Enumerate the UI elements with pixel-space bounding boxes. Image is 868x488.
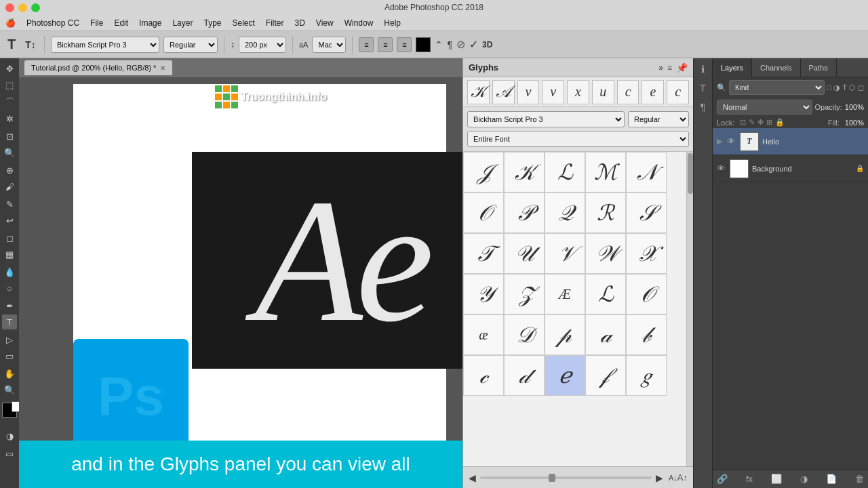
zoom-slider-track[interactable]: [480, 476, 652, 479]
opacity-value[interactable]: 100%: [845, 103, 864, 111]
glyph-L[interactable]: ℒ: [545, 152, 585, 192]
align-right-button[interactable]: ≡: [397, 37, 412, 52]
delete-layer-icon[interactable]: 🗑: [855, 474, 864, 484]
lock-artboard-icon[interactable]: ⊞: [766, 118, 772, 127]
recent-glyph-6[interactable]: c: [617, 80, 639, 104]
glyph-font-select[interactable]: Bickham Script Pro 3: [467, 111, 625, 127]
glyph-style-select[interactable]: Regular: [628, 111, 689, 127]
glyph-size-small[interactable]: A↓: [669, 474, 677, 482]
new-fill-layer-icon[interactable]: ◑: [800, 474, 808, 484]
clone-tool[interactable]: ✎: [2, 197, 17, 211]
filter-pixel-icon[interactable]: □: [827, 83, 832, 92]
font-style-select[interactable]: Regular: [163, 37, 218, 53]
text-orientation-icon[interactable]: T↕: [23, 39, 38, 50]
recent-glyph-5[interactable]: u: [592, 80, 614, 104]
glyphs-menu-button[interactable]: ≡: [667, 63, 672, 73]
filter-shape-icon[interactable]: ⬡: [849, 83, 856, 92]
marquee-tool[interactable]: ⬚: [2, 77, 17, 92]
glyph-V[interactable]: 𝒱: [545, 233, 585, 274]
eyedropper-tool[interactable]: 🔍: [2, 145, 17, 160]
text-tool[interactable]: T: [2, 314, 17, 329]
menu-file[interactable]: File: [90, 18, 103, 28]
type-icon[interactable]: T: [696, 81, 710, 95]
warp-text-icon[interactable]: ⌃: [435, 39, 443, 50]
glyph-K[interactable]: 𝒦: [504, 152, 545, 192]
glyphs-pin-button[interactable]: 📌: [676, 62, 688, 73]
lasso-tool[interactable]: ⌒: [2, 95, 17, 110]
font-family-select[interactable]: Bickham Script Pro 3: [51, 37, 159, 53]
app-name[interactable]: Photoshop CC: [26, 18, 79, 28]
path-select-tool[interactable]: ▷: [2, 332, 17, 347]
hand-tool[interactable]: ✋: [2, 366, 17, 381]
recent-glyph-3[interactable]: v: [542, 80, 564, 104]
glyph-filter-select[interactable]: Entire Font: [467, 131, 689, 147]
recent-glyph-1[interactable]: 𝒜: [492, 80, 515, 104]
layer-visibility-hello[interactable]: 👁: [727, 136, 736, 146]
glyph-N[interactable]: 𝒩: [626, 152, 667, 192]
align-center-button[interactable]: ≡: [378, 37, 393, 52]
healing-tool[interactable]: ⊕: [2, 163, 17, 178]
pen-tool[interactable]: ✒: [2, 298, 17, 313]
crop-tool[interactable]: ⊡: [2, 129, 17, 144]
menu-help[interactable]: Help: [384, 18, 401, 28]
glyph-R[interactable]: ℛ: [585, 192, 626, 233]
glyph-P[interactable]: 𝒫: [504, 192, 545, 233]
glyph-b-script[interactable]: 𝒷: [626, 314, 667, 355]
glyph-T[interactable]: 𝒯: [463, 233, 504, 274]
layer-background[interactable]: 👁 Background 🔒: [713, 155, 868, 182]
history-brush[interactable]: ↩: [2, 213, 17, 228]
screen-mode-tool[interactable]: ▭: [2, 446, 17, 461]
glyph-script-L[interactable]: ℒ: [585, 274, 626, 314]
menu-image[interactable]: Image: [139, 18, 161, 28]
document-tab[interactable]: Tutorial.psd @ 200% (Hello, RGB/8) * ✕: [24, 60, 172, 75]
glyph-Q[interactable]: 𝒬: [545, 192, 585, 233]
recent-glyph-4[interactable]: x: [567, 80, 589, 104]
recent-glyph-7[interactable]: e: [642, 80, 664, 104]
eraser-tool[interactable]: ◻: [2, 230, 17, 245]
text-tool-icon[interactable]: T: [4, 37, 19, 52]
layer-hello[interactable]: ▶ 👁 T Hello: [713, 128, 868, 155]
glyph-D-script[interactable]: 𝒟: [504, 314, 545, 355]
glyph-Y[interactable]: 𝒴: [463, 274, 504, 314]
menu-window[interactable]: Window: [344, 18, 374, 28]
info-icon[interactable]: ℹ: [696, 62, 710, 76]
glyph-f-script[interactable]: 𝒻: [585, 355, 626, 396]
lock-checkerboard-icon[interactable]: ⊡: [740, 118, 746, 127]
expand-arrow-icon[interactable]: ▶: [717, 137, 722, 146]
filter-adjustment-icon[interactable]: ◑: [833, 83, 840, 92]
glyph-c-script[interactable]: 𝒸: [463, 355, 504, 396]
tab-paths[interactable]: Paths: [801, 58, 837, 77]
blur-tool[interactable]: 💧: [2, 264, 17, 279]
glyph-Z[interactable]: 𝒵: [504, 274, 545, 314]
glyph-p-script[interactable]: 𝓅: [545, 314, 585, 355]
recent-glyph-2[interactable]: v: [517, 80, 540, 104]
font-size-select[interactable]: 200 px: [239, 37, 286, 53]
link-layers-icon[interactable]: 🔗: [717, 474, 728, 484]
menu-select[interactable]: Select: [232, 18, 254, 28]
menu-layer[interactable]: Layer: [172, 18, 193, 28]
window-buttons[interactable]: [5, 3, 40, 12]
layer-effects-icon[interactable]: fx: [746, 474, 753, 484]
paragraph-icon[interactable]: ¶: [696, 100, 710, 114]
glyph-script-O[interactable]: 𝒪: [626, 274, 667, 314]
quick-mask-tool[interactable]: ◑: [2, 428, 17, 443]
glyph-a-script[interactable]: 𝒶: [585, 314, 626, 355]
move-tool[interactable]: ✥: [2, 61, 17, 76]
lock-brush-icon[interactable]: ✎: [749, 118, 755, 127]
new-layer-icon[interactable]: 📄: [826, 474, 837, 484]
brush-tool[interactable]: 🖌: [2, 179, 17, 194]
glyph-J[interactable]: 𝒥: [463, 152, 504, 192]
layer-filter-type[interactable]: Kind: [729, 80, 825, 95]
maximize-button[interactable]: [31, 3, 40, 12]
commit-text-icon[interactable]: ✓: [469, 38, 478, 51]
cancel-text-icon[interactable]: ⊘: [456, 38, 465, 51]
zoom-out-button[interactable]: ◀: [469, 472, 476, 483]
close-button[interactable]: [5, 3, 14, 12]
glyph-scroll-thumb[interactable]: [688, 153, 693, 194]
glyph-O[interactable]: 𝒪: [463, 192, 504, 233]
zoom-tool[interactable]: 🔍: [2, 382, 17, 397]
text-color-swatch[interactable]: [416, 37, 431, 52]
menu-type[interactable]: Type: [203, 18, 221, 28]
tab-channels[interactable]: Channels: [752, 58, 800, 77]
zoom-in-button[interactable]: ▶: [656, 472, 663, 483]
